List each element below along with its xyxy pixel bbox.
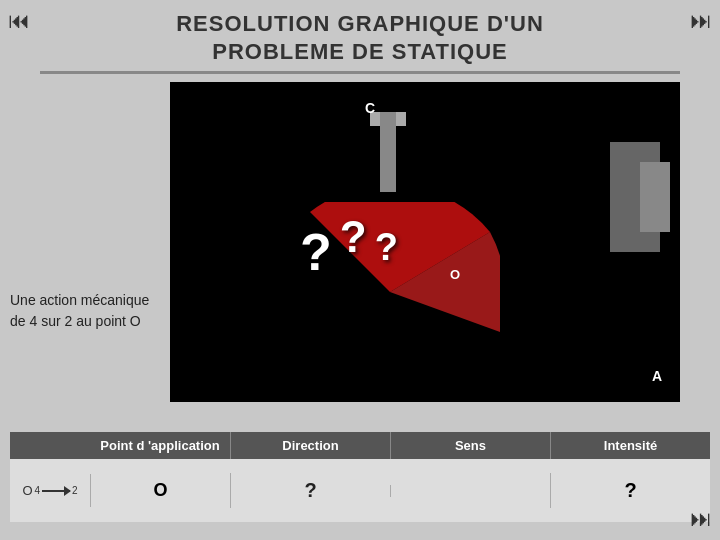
sub1: 4 bbox=[35, 485, 41, 496]
question-mark-2: ? bbox=[340, 212, 371, 262]
sens-value-cell bbox=[390, 485, 550, 497]
direction-value-cell: ? bbox=[230, 473, 390, 508]
nav-prev-button[interactable]: ⏮ bbox=[8, 8, 30, 34]
main-canvas: ? ? ? C O A bbox=[170, 82, 680, 402]
title-divider bbox=[40, 71, 680, 74]
description-line1: Une action mécanique bbox=[10, 292, 149, 308]
title-area: RESOLUTION GRAPHIQUE D'UN PROBLEME DE ST… bbox=[40, 0, 680, 74]
nav-next-button[interactable]: ⏭ bbox=[690, 8, 712, 34]
col-intensite-header: Intensité bbox=[550, 432, 710, 459]
title-line2: PROBLEME DE STATIQUE bbox=[40, 38, 680, 66]
force-arrow-label: O4 2 bbox=[22, 483, 77, 498]
title-line1: RESOLUTION GRAPHIQUE D'UN bbox=[40, 10, 680, 38]
canvas-label-a: A bbox=[652, 368, 662, 384]
question-mark-1: ? bbox=[300, 222, 336, 282]
canvas-label-c: C bbox=[365, 100, 375, 116]
question-marks-overlay: ? ? ? bbox=[300, 212, 402, 282]
col-direction-header: Direction bbox=[230, 432, 390, 459]
description-line2: de 4 sur 2 au point O bbox=[10, 313, 141, 329]
description-text: Une action mécanique de 4 sur 2 au point… bbox=[10, 290, 165, 332]
structure-right-secondary bbox=[640, 162, 670, 232]
arrow-line-icon bbox=[42, 490, 70, 492]
table-header-row: Point d 'application Direction Sens Inte… bbox=[10, 432, 710, 459]
table-wrapper: Point d 'application Direction Sens Inte… bbox=[10, 432, 710, 522]
nav-bottom-next-button[interactable]: ⏭ bbox=[690, 506, 712, 532]
col-sens-header: Sens bbox=[390, 432, 550, 459]
table-data-row: O4 2 O ? ? bbox=[10, 459, 710, 522]
col-arrow-header bbox=[10, 432, 90, 459]
arrow-cell: O4 2 bbox=[10, 479, 90, 502]
properties-table: Point d 'application Direction Sens Inte… bbox=[10, 432, 710, 522]
canvas-label-o: O bbox=[450, 267, 460, 282]
question-mark-3: ? bbox=[375, 226, 402, 269]
col-point-header: Point d 'application bbox=[90, 432, 230, 459]
intensite-value-cell: ? bbox=[550, 473, 710, 508]
structure-column bbox=[380, 112, 396, 192]
sub2: 2 bbox=[72, 485, 78, 496]
point-value-cell: O bbox=[90, 474, 230, 507]
